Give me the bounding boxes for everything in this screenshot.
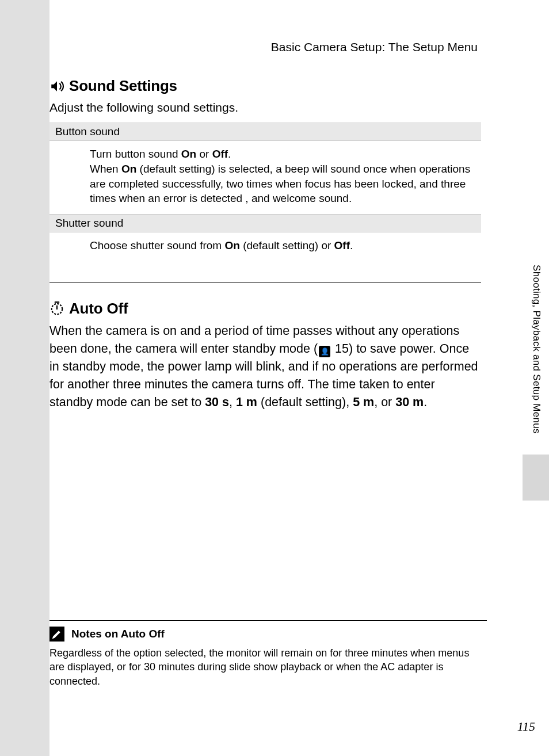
opt-30m: 30 m — [395, 395, 424, 409]
auto-off-body: When the camera is on and a period of ti… — [49, 322, 481, 412]
text: . — [424, 395, 427, 409]
sound-settings-title: Sound Settings — [69, 77, 177, 95]
pencil-icon — [49, 627, 64, 642]
sound-settings-heading: Sound Settings — [49, 77, 481, 95]
opt-1m: 1 m — [236, 395, 257, 409]
page-ref-number: 15 — [335, 342, 349, 356]
shutter-sound-row-body: Choose shutter sound from On (default se… — [49, 232, 481, 261]
side-tab-marker — [523, 455, 549, 501]
auto-off-title: Auto Off — [69, 300, 128, 318]
bold-off: Off — [334, 239, 350, 251]
text: Choose shutter sound from — [90, 239, 224, 251]
bold-on: On — [224, 239, 239, 251]
text: (default setting) or — [240, 239, 334, 251]
timer-icon — [49, 301, 64, 316]
sound-settings-intro: Adjust the following sound settings. — [49, 100, 481, 116]
opt-30s: 30 s — [205, 395, 229, 409]
notes-body: Regardless of the option selected, the m… — [49, 646, 487, 688]
bold-on: On — [181, 148, 196, 160]
bold-off: Off — [212, 148, 228, 160]
page-number: 115 — [517, 719, 535, 734]
text: . — [228, 148, 231, 160]
text: (default setting) is selected, a beep wi… — [90, 163, 470, 204]
notes-block: Notes on Auto Off Regardless of the opti… — [49, 620, 487, 688]
bold-on: On — [121, 163, 136, 175]
button-sound-row-header: Button sound — [49, 123, 481, 141]
text: (default setting), — [257, 395, 353, 409]
notes-title: Notes on Auto Off — [71, 628, 165, 640]
opt-5m: 5 m — [353, 395, 374, 409]
text: Turn button sound — [90, 148, 181, 160]
side-tab: Shooting, Playback and Setup Menus — [523, 265, 549, 501]
divider — [49, 282, 481, 282]
text: or — [196, 148, 212, 160]
speaker-icon — [49, 79, 64, 94]
text: . — [350, 239, 353, 251]
page-ref-icon: 👤 — [319, 346, 330, 357]
breadcrumb: Basic Camera Setup: The Setup Menu — [49, 40, 481, 54]
text: When — [90, 163, 121, 175]
button-sound-row-body: Turn button sound On or Off. When On (de… — [49, 141, 481, 214]
text: , — [229, 395, 236, 409]
side-label: Shooting, Playback and Setup Menus — [531, 265, 542, 434]
notes-divider — [49, 620, 487, 621]
auto-off-heading: Auto Off — [49, 300, 481, 318]
text: , or — [374, 395, 395, 409]
shutter-sound-row-header: Shutter sound — [49, 214, 481, 232]
